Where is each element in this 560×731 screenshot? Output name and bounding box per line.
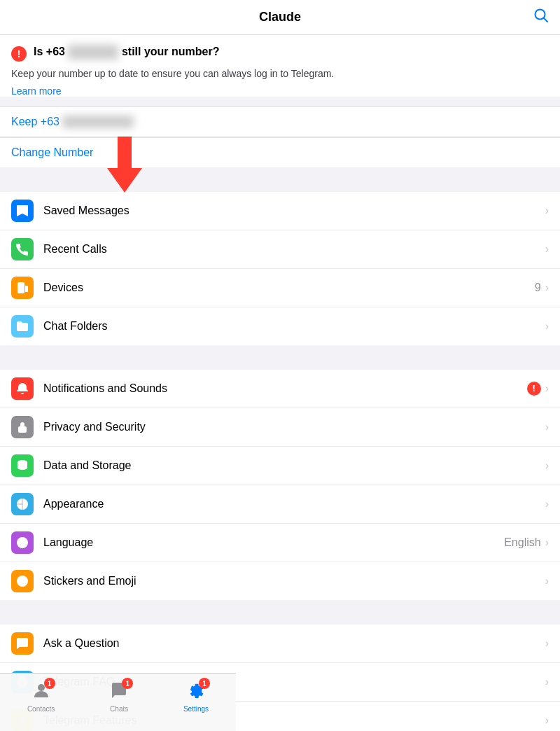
tab-chats[interactable]: 1 Chats	[109, 681, 129, 713]
settings-row-appearance[interactable]: Appearance ›	[0, 485, 560, 524]
svg-rect-3	[18, 282, 24, 293]
settings-row-ask-question[interactable]: Ask a Question ›	[0, 625, 560, 663]
settings-group-1: Saved Messages › Recent Calls › Devices …	[0, 192, 560, 345]
appearance-icon	[11, 493, 34, 515]
data-storage-label: Data and Storage	[43, 459, 545, 472]
chevron-icon: ›	[545, 204, 549, 217]
tab-contacts[interactable]: 1 Contacts	[27, 681, 55, 713]
data-storage-icon	[11, 454, 34, 477]
group-separator-3	[0, 600, 560, 625]
settings-row-notifications[interactable]: Notifications and Sounds ! ›	[0, 370, 560, 408]
language-icon	[11, 531, 34, 554]
stickers-label: Stickers and Emoji	[43, 575, 545, 587]
devices-label: Devices	[43, 281, 535, 294]
svg-rect-5	[18, 426, 27, 433]
saved-messages-label: Saved Messages	[43, 204, 545, 217]
tab-settings-label: Settings	[183, 705, 209, 713]
settings-row-chat-folders[interactable]: Chat Folders ›	[0, 307, 560, 345]
alert-body: Keep your number up to date to ensure yo…	[11, 67, 549, 81]
svg-marker-2	[107, 137, 142, 193]
settings-row-privacy[interactable]: Privacy and Security ›	[0, 408, 560, 447]
settings-row-saved-messages[interactable]: Saved Messages ›	[0, 192, 560, 230]
svg-point-11	[17, 576, 28, 587]
svg-line-1	[544, 18, 548, 22]
tab-contacts-label: Contacts	[27, 705, 55, 713]
tab-settings[interactable]: 1 Settings	[183, 681, 209, 713]
contacts-badge: 1	[44, 678, 55, 689]
svg-point-12	[24, 579, 26, 581]
chevron-icon: ›	[545, 421, 549, 433]
svg-rect-4	[25, 286, 28, 292]
stickers-icon	[11, 570, 34, 592]
alert-title: Is +63 ●●● ●●●● still your number?	[34, 45, 219, 60]
chevron-icon: ›	[545, 498, 549, 510]
chevron-icon: ›	[545, 575, 549, 587]
settings-group-2: Notifications and Sounds ! › Privacy and…	[0, 370, 560, 600]
privacy-label: Privacy and Security	[43, 421, 545, 433]
recent-calls-label: Recent Calls	[43, 243, 545, 256]
notifications-icon	[11, 377, 34, 400]
tab-chats-label: Chats	[110, 705, 128, 713]
chats-badge: 1	[122, 678, 133, 689]
search-icon[interactable]	[533, 8, 549, 27]
chevron-icon: ›	[545, 637, 549, 650]
change-number-button[interactable]: Change Number	[0, 138, 560, 167]
settings-row-data-storage[interactable]: Data and Storage ›	[0, 447, 560, 485]
alert-row: ! Is +63 ●●● ●●●● still your number?	[11, 45, 549, 62]
number-section: Keep +63 ●●● ●●●●●●● Change Number	[0, 106, 560, 167]
language-value: English	[504, 536, 540, 549]
alert-section: ! Is +63 ●●● ●●●● still your number? Kee…	[0, 35, 560, 97]
chevron-icon: ›	[545, 243, 549, 256]
settings-row-devices[interactable]: Devices 9 ›	[0, 269, 560, 307]
settings-row-recent-calls[interactable]: Recent Calls ›	[0, 230, 560, 269]
ask-question-label: Ask a Question	[43, 637, 545, 650]
group-separator-2	[0, 345, 560, 370]
chevron-icon: ›	[545, 714, 549, 727]
chevron-icon: ›	[545, 320, 549, 333]
language-label: Language	[43, 536, 504, 549]
notifications-label: Notifications and Sounds	[43, 382, 527, 395]
settings-row-stickers[interactable]: Stickers and Emoji ›	[0, 562, 560, 600]
chevron-icon: ›	[545, 281, 549, 294]
tab-settings-icon-wrap: 1	[186, 681, 206, 703]
svg-point-15	[38, 684, 45, 691]
chat-folders-label: Chat Folders	[43, 320, 545, 333]
keep-number-button[interactable]: Keep +63 ●●● ●●●●●●●	[0, 107, 560, 137]
red-arrow-indicator	[104, 137, 146, 193]
tab-contacts-icon-wrap: 1	[31, 681, 51, 703]
tab-chats-icon-wrap: 1	[109, 681, 129, 703]
chevron-icon: ›	[545, 459, 549, 472]
recent-calls-icon	[11, 238, 34, 260]
chevron-icon: ›	[545, 382, 549, 395]
header: Claude	[0, 0, 560, 35]
settings-row-language[interactable]: Language English ›	[0, 524, 560, 562]
devices-count: 9	[535, 281, 541, 294]
learn-more-link[interactable]: Learn more	[11, 85, 549, 97]
chevron-icon: ›	[545, 536, 549, 549]
group-separator-1	[0, 167, 560, 192]
header-title: Claude	[259, 10, 301, 25]
notifications-badge: !	[527, 382, 541, 396]
chevron-icon: ›	[545, 676, 549, 688]
settings-badge: 1	[199, 678, 210, 689]
saved-messages-icon	[11, 200, 34, 222]
appearance-label: Appearance	[43, 498, 545, 510]
alert-icon: !	[11, 46, 27, 62]
tab-bar: 1 Contacts 1 Chats 1 Settings	[0, 673, 236, 731]
chat-folders-icon	[11, 315, 34, 337]
devices-icon	[11, 277, 34, 299]
privacy-icon	[11, 416, 34, 438]
ask-question-icon	[11, 632, 34, 655]
